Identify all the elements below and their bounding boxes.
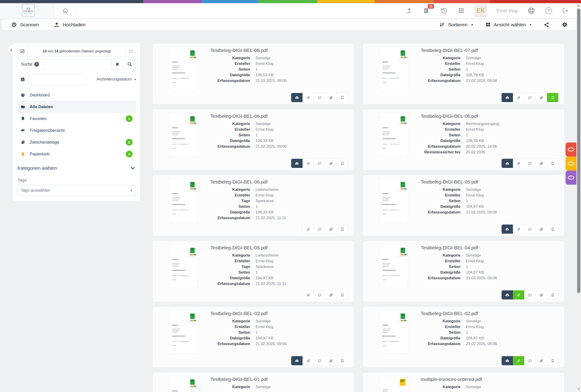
file-title[interactable]: multiple-invoices-ordered.pdf — [421, 377, 558, 382]
date-input[interactable] — [28, 74, 86, 85]
sidebar-item-freigabenübersicht[interactable]: Freigabenübersicht — [17, 124, 136, 136]
apps-grid-icon[interactable] — [458, 7, 465, 14]
bookmark-button[interactable] — [547, 93, 558, 102]
comment-button[interactable] — [524, 93, 536, 102]
date-type-dropdown[interactable]: Archivierungsdatum ▾ — [86, 74, 136, 85]
history-icon[interactable] — [440, 6, 448, 15]
sidebar-item-zwischenablage[interactable]: Zwischenablage0 — [17, 136, 136, 148]
sidebar-item-alle-dateien[interactable]: Alle Dateien — [17, 101, 136, 113]
categories-toggle[interactable]: Kategorien wählen — [17, 164, 136, 173]
document-thumbnail[interactable] — [169, 310, 198, 354]
download-button[interactable] — [502, 290, 513, 300]
upload-icon[interactable] — [406, 7, 412, 14]
bookmark-button[interactable] — [547, 225, 558, 234]
sidebar-item-dashboard[interactable]: Dashboard — [17, 89, 136, 101]
comment-button[interactable] — [524, 356, 536, 365]
link-button[interactable] — [513, 225, 524, 234]
home-button[interactable] — [54, 3, 76, 18]
link-button[interactable] — [302, 356, 314, 365]
file-title[interactable]: Testbeleg-DIGI-BEL-06.pdf — [210, 113, 348, 119]
attachment-button[interactable] — [536, 159, 547, 168]
attachment-button[interactable] — [325, 93, 336, 102]
purple-side-tab[interactable] — [566, 171, 576, 185]
file-title[interactable]: Testbeleg-DIGI-BEL-05.pdf — [210, 245, 348, 250]
scrollbar-thumb[interactable] — [577, 9, 580, 293]
document-thumbnail[interactable] — [169, 47, 198, 90]
download-button[interactable] — [502, 159, 513, 168]
share-icon[interactable] — [544, 22, 550, 28]
calendar-button[interactable] — [17, 74, 28, 85]
file-title[interactable]: Testbeleg-DIGI-BEL-07.pdf — [421, 48, 558, 53]
logout-icon[interactable] — [562, 7, 569, 14]
select-all-checkbox[interactable] — [126, 46, 136, 56]
download-button[interactable] — [291, 93, 302, 102]
link-button[interactable] — [302, 290, 314, 300]
comment-button[interactable] — [314, 356, 325, 365]
help-icon[interactable]: ? — [545, 7, 552, 14]
user-avatar[interactable]: EK — [474, 4, 487, 17]
link-button[interactable] — [513, 290, 524, 300]
comment-button[interactable] — [524, 290, 536, 300]
file-title[interactable]: Testbeleg-DIGI-BEL-05.pdf — [421, 179, 558, 185]
bookmark-button[interactable] — [336, 290, 348, 300]
inbox-button[interactable]: 11 — [422, 6, 430, 15]
comment-button[interactable] — [314, 225, 325, 234]
search-button[interactable] — [123, 59, 136, 69]
document-thumbnail[interactable] — [169, 245, 198, 288]
bookmark-button[interactable] — [336, 356, 348, 365]
attachment-button[interactable] — [536, 356, 547, 365]
comment-button[interactable] — [314, 159, 325, 168]
attachment-button[interactable] — [325, 159, 336, 168]
document-thumbnail[interactable] — [169, 113, 198, 156]
link-button[interactable] — [302, 225, 314, 234]
clear-search-button[interactable]: ✖ — [111, 59, 124, 69]
download-button[interactable] — [502, 93, 513, 102]
link-button[interactable] — [302, 159, 314, 168]
download-button[interactable] — [291, 159, 302, 168]
file-title[interactable]: Testbeleg-DIGI-BEL-02.pdf — [421, 311, 558, 316]
comment-button[interactable] — [524, 159, 536, 168]
file-title[interactable]: Testbeleg-DIGI-BEL-06.pdf — [210, 179, 348, 185]
bookmark-button[interactable] — [336, 225, 348, 234]
comment-button[interactable] — [314, 93, 325, 102]
comment-button[interactable] — [524, 225, 536, 234]
sidebar-item-favoriten[interactable]: Favoriten1 — [17, 113, 136, 124]
file-title[interactable]: Testbeleg-DIGI-BEL-04.pdf — [421, 245, 558, 250]
file-title[interactable]: Testbeleg-DIGI-BEL-06.pdf — [421, 113, 558, 119]
search-help-icon[interactable]: ? — [34, 62, 39, 67]
attachment-button[interactable] — [536, 225, 547, 234]
document-thumbnail[interactable] — [380, 245, 408, 288]
bookmark-button[interactable] — [547, 356, 558, 365]
download-button[interactable] — [502, 225, 513, 234]
document-thumbnail[interactable] — [169, 376, 198, 392]
link-button[interactable] — [513, 159, 524, 168]
settings-gear-icon[interactable] — [562, 21, 568, 28]
download-button[interactable] — [291, 356, 302, 365]
scroll-down-arrow[interactable]: ▼ — [576, 388, 581, 390]
app-logo[interactable]: DEMO BY DIGI-BEL — [22, 4, 35, 16]
bookmark-button[interactable] — [336, 93, 348, 102]
file-title[interactable]: Testbeleg-DIGI-BEL-03.pdf — [210, 311, 348, 316]
bookmark-button[interactable] — [336, 159, 348, 168]
attachment-button[interactable] — [325, 225, 336, 234]
attachment-button[interactable] — [325, 290, 336, 300]
link-button[interactable] — [513, 93, 524, 102]
search-input[interactable] — [43, 59, 112, 69]
page-scrollbar[interactable]: ▲ ▼ — [576, 3, 581, 392]
document-thumbnail[interactable] — [380, 310, 408, 354]
attachment-button[interactable] — [536, 93, 547, 102]
document-thumbnail[interactable] — [380, 47, 408, 90]
document-thumbnail[interactable] — [380, 376, 408, 392]
document-thumbnail[interactable] — [380, 179, 408, 222]
attachment-button[interactable] — [325, 356, 336, 365]
select-all-button[interactable] — [17, 46, 28, 56]
file-title[interactable]: Testbeleg-DIGI-BEL-08.pdf — [210, 48, 348, 53]
file-title[interactable]: Testbeleg-DIGI-BEL-01.pdf — [210, 377, 348, 382]
bookmark-button[interactable] — [547, 159, 558, 168]
download-button[interactable] — [502, 356, 513, 365]
tags-dropdown[interactable]: Tags auswählen ▾ — [17, 185, 136, 196]
attachment-button[interactable] — [536, 290, 547, 300]
document-thumbnail[interactable] — [169, 179, 198, 222]
yellow-side-tab[interactable] — [566, 157, 576, 171]
link-button[interactable] — [513, 356, 524, 365]
